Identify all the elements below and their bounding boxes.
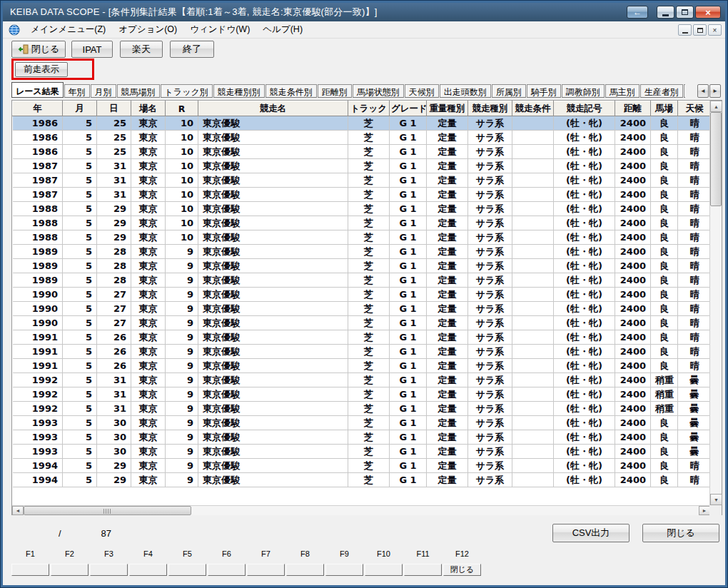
table-row[interactable]: 1987531東京10東京優駿芝G 1定量サラ系(牡・牝)2400良晴	[13, 188, 711, 202]
table-row[interactable]: 1987531東京10東京優駿芝G 1定量サラ系(牡・牝)2400良晴	[13, 159, 711, 173]
table-row[interactable]: 1992531東京9東京優駿芝G 1定量サラ系(牡・牝)2400稍重曇	[13, 387, 711, 402]
table-row[interactable]: 1986525東京10東京優駿芝G 1定量サラ系(牡・牝)2400良晴	[13, 116, 711, 131]
tab-10[interactable]: 天候別	[405, 84, 439, 98]
column-header-15[interactable]: 天候	[678, 101, 711, 116]
toolbar-close-button[interactable]: 閉じる	[11, 41, 66, 58]
scroll-down-button[interactable]: ▼	[710, 494, 722, 505]
fkey-button-f4[interactable]	[129, 564, 167, 576]
menu-item-4[interactable]: ヘルプ(H)	[256, 22, 309, 36]
fkey-button-f11[interactable]	[404, 564, 442, 576]
fkey-button-f9[interactable]	[325, 564, 363, 576]
fkey-button-f8[interactable]	[286, 564, 324, 576]
scroll-right-button[interactable]: ►	[699, 506, 710, 515]
cell: 2400	[615, 259, 651, 273]
vertical-scrollbar[interactable]: ▲ ▼	[709, 101, 722, 505]
rakuten-button[interactable]: 楽天	[120, 41, 163, 58]
table-row[interactable]: 1992531東京9東京優駿芝G 1定量サラ系(牡・牝)2400稍重曇	[13, 402, 711, 416]
scroll-up-button[interactable]: ▲	[710, 101, 722, 112]
table-row[interactable]: 1991526東京9東京優駿芝G 1定量サラ系(牡・牝)2400良晴	[13, 330, 711, 345]
column-header-9[interactable]: 重量種別	[427, 101, 468, 116]
tab-16[interactable]: 生産者別	[640, 84, 683, 98]
table-row[interactable]: 1990527東京9東京優駿芝G 1定量サラ系(牡・牝)2400良晴	[13, 302, 711, 316]
column-header-4[interactable]: 場名	[131, 101, 166, 116]
exit-button[interactable]: 終了	[170, 41, 214, 58]
column-header-13[interactable]: 距離	[615, 101, 651, 116]
table-row[interactable]: 1991526東京9東京優駿芝G 1定量サラ系(牡・牝)2400良晴	[13, 345, 711, 359]
back-button[interactable]: ←	[627, 6, 648, 19]
tab-3[interactable]: 月別	[91, 84, 116, 98]
tab-12[interactable]: 所属別	[492, 84, 526, 98]
table-row[interactable]: 1991526東京9東京優駿芝G 1定量サラ系(牡・牝)2400良晴	[13, 359, 711, 373]
scroll-left-button[interactable]: ◄	[12, 506, 24, 515]
mdi-minimize-button[interactable]	[678, 24, 692, 36]
table-row[interactable]: 1986525東京10東京優駿芝G 1定量サラ系(牡・牝)2400良晴	[13, 131, 711, 145]
menu-item-1[interactable]: メインメニュー(Z)	[24, 22, 112, 36]
table-row[interactable]: 1994529東京9東京優駿芝G 1定量サラ系(牡・牝)2400良晴	[13, 473, 711, 487]
tab-5[interactable]: トラック別	[161, 84, 213, 98]
table-row[interactable]: 1989528東京9東京優駿芝G 1定量サラ系(牡・牝)2400良晴	[13, 245, 711, 259]
column-header-3[interactable]: 日	[97, 101, 131, 116]
tab-8[interactable]: 距離別	[318, 84, 352, 98]
close-results-button[interactable]: 閉じる	[642, 524, 719, 542]
table-row[interactable]: 1988529東京10東京優駿芝G 1定量サラ系(牡・牝)2400良晴	[13, 216, 711, 230]
table-row[interactable]: 1987531東京10東京優駿芝G 1定量サラ系(牡・牝)2400良晴	[13, 173, 711, 188]
table-row[interactable]: 1992531東京9東京優駿芝G 1定量サラ系(牡・牝)2400稍重曇	[13, 373, 711, 387]
fkey-button-f12[interactable]: 閉じる	[443, 564, 481, 576]
vertical-scroll-thumb[interactable]	[710, 112, 722, 206]
maximize-button[interactable]	[676, 6, 694, 19]
fkey-button-f1[interactable]	[11, 564, 49, 576]
csv-export-button[interactable]: CSV出力	[552, 524, 630, 542]
table-row[interactable]: 1990527東京9東京優駿芝G 1定量サラ系(牡・牝)2400良晴	[13, 288, 711, 302]
tab-scroll-left-button[interactable]: ◄	[697, 84, 709, 98]
fkey-button-f7[interactable]	[247, 564, 285, 576]
column-header-12[interactable]: 競走記号	[554, 101, 615, 116]
tab-1[interactable]: レース結果	[11, 82, 64, 98]
table-row[interactable]: 1986525東京10東京優駿芝G 1定量サラ系(牡・牝)2400良晴	[13, 145, 711, 159]
column-header-6[interactable]: 競走名	[198, 101, 348, 116]
column-header-5[interactable]: R	[166, 101, 198, 116]
close-button[interactable]: ×	[695, 6, 721, 19]
tab-11[interactable]: 出走頭数別	[440, 84, 491, 98]
table-row[interactable]: 1989528東京9東京優駿芝G 1定量サラ系(牡・牝)2400良晴	[13, 273, 711, 288]
column-header-8[interactable]: グレード	[390, 101, 427, 116]
tab-15[interactable]: 馬主別	[605, 84, 639, 98]
tab-scroll-right-button[interactable]: ►	[709, 84, 721, 98]
table-row[interactable]: 1990527東京9東京優駿芝G 1定量サラ系(牡・牝)2400良晴	[13, 316, 711, 330]
fkey-button-f5[interactable]	[168, 564, 206, 576]
tab-9[interactable]: 馬場状態別	[353, 84, 404, 98]
table-row[interactable]: 1994529東京9東京優駿芝G 1定量サラ系(牡・牝)2400良晴	[13, 459, 711, 473]
table-row[interactable]: 1988529東京10東京優駿芝G 1定量サラ系(牡・牝)2400良晴	[13, 230, 711, 245]
horizontal-scroll-thumb[interactable]	[24, 506, 191, 515]
cell: 9	[166, 245, 198, 259]
table-row[interactable]: 1993530東京9東京優駿芝G 1定量サラ系(牡・牝)2400良曇	[13, 445, 711, 459]
table-row[interactable]: 1989528東京9東京優駿芝G 1定量サラ系(牡・牝)2400良晴	[13, 259, 711, 273]
tab-6[interactable]: 競走種別別	[213, 84, 265, 98]
column-header-7[interactable]: トラック	[348, 101, 390, 116]
minimize-button[interactable]	[657, 6, 674, 19]
column-header-11[interactable]: 競走条件	[512, 101, 554, 116]
mdi-close-button[interactable]: ×	[708, 24, 722, 36]
fkey-button-f3[interactable]	[90, 564, 128, 576]
column-header-2[interactable]: 月	[63, 101, 97, 116]
tab-13[interactable]: 騎手別	[527, 84, 561, 98]
column-header-10[interactable]: 競走種別	[468, 101, 512, 116]
menu-item-3[interactable]: ウィンドウ(W)	[183, 22, 256, 36]
table-row[interactable]: 1988529東京10東京優駿芝G 1定量サラ系(牡・牝)2400良晴	[13, 202, 711, 216]
cell: サラ系	[468, 445, 512, 459]
ipat-button[interactable]: IPAT	[71, 41, 113, 58]
table-row[interactable]: 1993530東京9東京優駿芝G 1定量サラ系(牡・牝)2400良曇	[13, 416, 711, 430]
tab-14[interactable]: 調教師別	[562, 84, 605, 98]
horizontal-scrollbar[interactable]: ◄ ►	[12, 505, 710, 515]
tab-7[interactable]: 競走条件別	[266, 84, 317, 98]
table-row[interactable]: 1993530東京9東京優駿芝G 1定量サラ系(牡・牝)2400良曇	[13, 430, 711, 445]
fkey-button-f10[interactable]	[365, 564, 403, 576]
column-header-14[interactable]: 馬場	[651, 101, 678, 116]
tab-4[interactable]: 競馬場別	[117, 84, 160, 98]
menu-item-2[interactable]: オプション(O)	[112, 22, 183, 36]
fkey-button-f2[interactable]	[51, 564, 89, 576]
column-header-1[interactable]: 年	[13, 101, 63, 116]
tab-17[interactable]: 騎手+調教師別	[684, 84, 685, 98]
fkey-button-f6[interactable]	[208, 564, 246, 576]
mdi-restore-button[interactable]	[693, 24, 707, 36]
tab-2[interactable]: 年別	[64, 84, 90, 98]
